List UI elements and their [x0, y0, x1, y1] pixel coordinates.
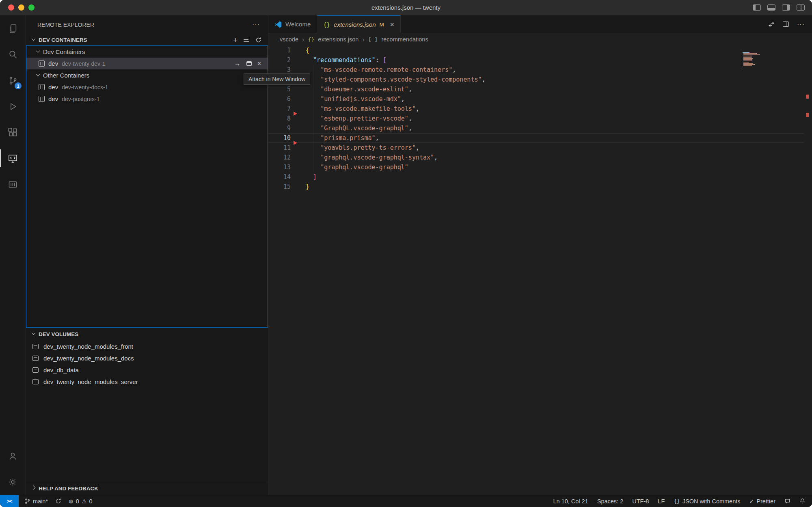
tab-label: Welcome: [285, 21, 311, 28]
breadcrumb: .vscode › {} extensions.json › [ ] recom…: [268, 33, 812, 45]
indentation-status[interactable]: Spaces: 2: [597, 498, 624, 505]
toggle-primary-sidebar-icon[interactable]: [753, 4, 761, 11]
breadcrumb-file[interactable]: extensions.json: [318, 36, 358, 43]
container-name: dev: [48, 95, 58, 102]
volume-icon: [32, 379, 39, 384]
search-icon[interactable]: [0, 41, 26, 67]
minimap-line: [742, 49, 771, 50]
new-dev-container-icon[interactable]: +: [233, 36, 238, 44]
sidebar-remote-explorer: REMOTE EXPLORER ··· DEV CONTAINERS + Dev…: [26, 15, 268, 495]
container-item[interactable]: devdev-twenty-docs-1: [26, 81, 268, 93]
tree-group-label: Other Containers: [43, 72, 89, 79]
volume-item[interactable]: dev_twenty_node_modules_front: [26, 341, 268, 352]
line-number: 8: [268, 114, 291, 123]
settings-gear-icon[interactable]: [0, 469, 26, 495]
containers-icon[interactable]: [0, 171, 26, 197]
line-number: 7: [268, 104, 291, 114]
line-number: 13: [268, 162, 291, 172]
code-line: "esbenp.prettier-vscode",: [306, 114, 486, 123]
split-editor-icon[interactable]: [783, 22, 789, 27]
formatter-status[interactable]: ✓ Prettier: [749, 498, 775, 505]
container-item[interactable]: devdev-postgres-1: [26, 93, 268, 105]
extensions-icon[interactable]: [0, 119, 26, 145]
volume-name: dev_twenty_node_modules_docs: [43, 355, 134, 362]
tooltip-attach-in-new-window: Attach in New Window: [244, 73, 310, 85]
overview-ruler-mark: [806, 95, 809, 99]
volume-icon: [32, 367, 39, 373]
remote-indicator[interactable]: ><: [0, 495, 19, 507]
code-area[interactable]: 123456789101112131415 { "recommendations…: [268, 45, 812, 495]
toggle-panel-icon[interactable]: [767, 4, 775, 11]
run-debug-icon[interactable]: [0, 93, 26, 119]
close-window-button[interactable]: [8, 4, 14, 11]
source-control-icon[interactable]: 1: [0, 67, 26, 93]
encoding-status[interactable]: UTF-8: [632, 498, 649, 505]
code-line: "styled-components.vscode-styled-compone…: [306, 75, 486, 84]
sidebar-more-actions-icon[interactable]: ···: [252, 21, 260, 28]
feedback-icon[interactable]: [784, 498, 790, 504]
close-tab-icon[interactable]: ×: [390, 21, 394, 29]
code-line: "graphql.vscode-graphql-syntax",: [306, 153, 486, 162]
zoom-window-button[interactable]: [28, 4, 35, 11]
minimap-line: [742, 48, 771, 49]
accounts-icon[interactable]: [0, 443, 26, 469]
line-number: 12: [268, 153, 291, 162]
status-bar: >< main* ⊗ 0 ⚠ 0 Ln 10, Col 21 Spaces: 2…: [0, 495, 812, 507]
container-description: dev-twenty-docs-1: [62, 84, 108, 91]
minimap[interactable]: [742, 47, 771, 65]
dev-containers-tree: Dev Containersdevdev-twenty-dev-1→×Other…: [26, 45, 268, 328]
git-branch-status[interactable]: main*: [24, 498, 48, 505]
volume-item[interactable]: dev_twenty_node_modules_server: [26, 376, 268, 388]
code-line: "prisma.prisma",: [306, 133, 486, 143]
help-feedback-section-header[interactable]: HELP AND FEEDBACK: [26, 482, 268, 495]
eol-status[interactable]: LF: [658, 498, 665, 505]
container-icon: [39, 60, 45, 67]
tab-extensions-json[interactable]: {} extensions.json M ×: [317, 15, 400, 33]
minimize-window-button[interactable]: [18, 4, 24, 11]
git-modified-badge: M: [380, 22, 384, 28]
problems-status[interactable]: ⊗ 0 ⚠ 0: [69, 498, 92, 505]
open-changes-icon[interactable]: [768, 21, 775, 28]
tree-group[interactable]: Dev Containers: [26, 46, 268, 58]
line-number: 10: [268, 133, 291, 143]
warning-icon: ⚠: [82, 498, 87, 505]
editor-more-actions-icon[interactable]: ···: [797, 21, 805, 28]
stop-container-icon[interactable]: ×: [257, 60, 261, 67]
container-icon: [39, 84, 45, 90]
source-control-badge: 1: [15, 82, 22, 89]
toggle-secondary-sidebar-icon[interactable]: [782, 4, 790, 11]
chevron-down-icon: [32, 331, 36, 335]
tab-welcome[interactable]: Welcome: [268, 15, 317, 33]
remote-explorer-icon[interactable]: [0, 145, 26, 171]
container-item[interactable]: devdev-twenty-dev-1→×: [26, 58, 268, 69]
volume-item[interactable]: dev_db_data: [26, 364, 268, 376]
breadcrumb-symbol[interactable]: recommendations: [381, 36, 428, 43]
vscode-logo-icon: [274, 21, 282, 28]
warning-count: 0: [89, 498, 92, 505]
vscode-window: extensions.json — twenty 1: [0, 0, 812, 507]
line-number: 2: [268, 55, 291, 65]
line-number: 5: [268, 84, 291, 94]
code-line: "ms-vscode-remote.remote-containers",: [306, 65, 486, 75]
tree-group[interactable]: Other Containers: [26, 69, 268, 81]
cursor-position-status[interactable]: Ln 10, Col 21: [553, 498, 588, 505]
attach-new-window-icon[interactable]: [246, 61, 252, 66]
volume-icon: [32, 344, 39, 349]
branch-name: main*: [33, 498, 48, 505]
refresh-icon[interactable]: [255, 37, 261, 43]
breadcrumb-folder[interactable]: .vscode: [278, 36, 298, 43]
language-mode-status[interactable]: {} JSON with Comments: [674, 498, 740, 505]
attach-current-window-icon[interactable]: →: [234, 60, 241, 67]
sync-changes-button[interactable]: [55, 498, 61, 504]
chevron-down-icon: [36, 72, 40, 76]
volume-item[interactable]: dev_twenty_node_modules_docs: [26, 352, 268, 364]
notifications-bell-icon[interactable]: [799, 498, 806, 504]
explorer-icon[interactable]: [0, 15, 26, 41]
sidebar-empty-space: [26, 388, 268, 482]
editor-group: Welcome {} extensions.json M × ··· .vsco…: [268, 15, 812, 495]
customize-layout-icon[interactable]: [797, 4, 805, 11]
dev-volumes-section-header[interactable]: DEV VOLUMES: [26, 328, 268, 341]
dev-containers-section-header[interactable]: DEV CONTAINERS +: [26, 34, 268, 45]
filter-list-icon[interactable]: [244, 38, 249, 42]
window-controls: [0, 4, 35, 11]
